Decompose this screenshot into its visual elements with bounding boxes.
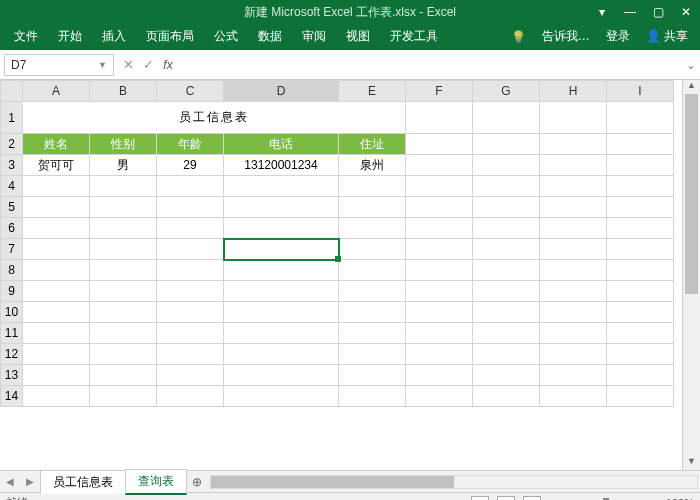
cell[interactable] [607,218,674,239]
cell[interactable] [90,218,157,239]
spreadsheet-grid[interactable]: A B C D E F G H I 1 员工信息表 2 姓名 性别 年龄 电话 [0,80,682,470]
cancel-icon[interactable]: ✕ [118,57,138,72]
cell[interactable] [23,197,90,218]
view-normal-icon[interactable] [471,496,489,501]
cell[interactable] [23,218,90,239]
cell[interactable] [540,218,607,239]
row-header[interactable]: 3 [1,155,23,176]
cell[interactable] [23,302,90,323]
cell[interactable] [339,239,406,260]
cell[interactable] [540,197,607,218]
tab-review[interactable]: 审阅 [292,23,336,50]
row-header[interactable]: 7 [1,239,23,260]
tab-file[interactable]: 文件 [4,23,48,50]
scroll-thumb[interactable] [211,476,454,488]
cell[interactable] [157,197,224,218]
cell[interactable] [157,302,224,323]
cell[interactable] [473,102,540,134]
row-header[interactable]: 5 [1,197,23,218]
cell[interactable] [339,302,406,323]
cell[interactable] [224,218,339,239]
cell[interactable] [607,344,674,365]
cell[interactable] [224,302,339,323]
cell[interactable] [224,176,339,197]
col-header[interactable]: C [157,81,224,102]
cell[interactable] [473,155,540,176]
col-header[interactable]: A [23,81,90,102]
cell[interactable] [224,386,339,407]
minimize-icon[interactable]: — [616,0,644,24]
cell[interactable] [406,134,473,155]
cell[interactable] [339,281,406,302]
cell[interactable] [540,260,607,281]
col-header[interactable]: G [473,81,540,102]
view-layout-icon[interactable] [497,496,515,501]
tell-me[interactable]: 告诉我… [534,23,598,50]
cell[interactable] [157,344,224,365]
chevron-down-icon[interactable]: ▼ [98,60,107,70]
cell[interactable]: 13120001234 [224,155,339,176]
cell[interactable] [406,176,473,197]
cell[interactable] [406,218,473,239]
cell[interactable] [473,134,540,155]
cell[interactable] [90,344,157,365]
cell[interactable] [224,323,339,344]
cell[interactable] [540,344,607,365]
cell[interactable] [607,323,674,344]
cell[interactable] [339,344,406,365]
tab-insert[interactable]: 插入 [92,23,136,50]
tab-view[interactable]: 视图 [336,23,380,50]
cell[interactable] [406,365,473,386]
scroll-thumb[interactable] [685,94,698,294]
row-header[interactable]: 4 [1,176,23,197]
fx-icon[interactable]: fx [158,58,178,72]
confirm-icon[interactable]: ✓ [138,57,158,72]
cell[interactable] [406,281,473,302]
formula-expand-icon[interactable]: ⌄ [682,58,700,72]
col-header[interactable]: D [224,81,339,102]
cell[interactable] [90,176,157,197]
cell[interactable] [473,197,540,218]
cell[interactable] [23,239,90,260]
cell[interactable] [224,197,339,218]
tab-nav-prev-icon[interactable]: ◀ [0,476,20,487]
cell[interactable] [157,176,224,197]
cell[interactable]: 泉州 [339,155,406,176]
row-header[interactable]: 13 [1,365,23,386]
cell[interactable] [339,176,406,197]
vertical-scrollbar[interactable]: ▲ ▼ [682,80,700,470]
cell[interactable] [406,260,473,281]
cell[interactable] [23,365,90,386]
cell[interactable] [540,134,607,155]
cell[interactable] [540,155,607,176]
cell[interactable] [406,197,473,218]
header-cell[interactable]: 住址 [339,134,406,155]
cell[interactable] [90,302,157,323]
cell[interactable] [607,155,674,176]
cell[interactable] [473,386,540,407]
cell[interactable] [224,344,339,365]
col-header[interactable]: F [406,81,473,102]
cell[interactable] [157,323,224,344]
scroll-down-icon[interactable]: ▼ [683,456,700,470]
cell[interactable] [540,281,607,302]
cell[interactable] [540,102,607,134]
row-header[interactable]: 9 [1,281,23,302]
header-cell[interactable]: 姓名 [23,134,90,155]
cell[interactable] [540,323,607,344]
cell[interactable] [90,386,157,407]
formula-input[interactable] [178,54,682,76]
col-header[interactable]: H [540,81,607,102]
cell[interactable] [473,176,540,197]
tab-formula[interactable]: 公式 [204,23,248,50]
tab-home[interactable]: 开始 [48,23,92,50]
col-header[interactable]: E [339,81,406,102]
tab-dev[interactable]: 开发工具 [380,23,448,50]
cell[interactable] [540,239,607,260]
scroll-up-icon[interactable]: ▲ [683,80,700,94]
ribbon-options-icon[interactable]: ▾ [588,0,616,24]
tab-nav-next-icon[interactable]: ▶ [20,476,40,487]
cell[interactable] [473,302,540,323]
cell[interactable] [607,176,674,197]
cell[interactable] [23,386,90,407]
